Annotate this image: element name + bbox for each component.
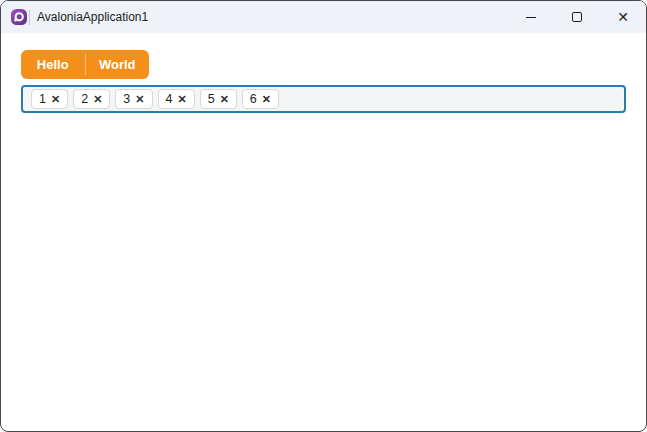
chip-remove-button[interactable]: ✕	[51, 94, 60, 105]
chip-remove-button[interactable]: ✕	[262, 94, 271, 105]
chip-label: 4	[166, 92, 173, 106]
tab-strip: Hello World	[21, 50, 149, 79]
app-window: AvaloniaApplication1 ✕ Hello World 1 ✕	[0, 0, 647, 432]
chip-label: 2	[81, 92, 88, 106]
chip-remove-button[interactable]: ✕	[135, 94, 144, 105]
maximize-button[interactable]	[554, 1, 600, 33]
content-area: Hello World 1 ✕ 2 ✕ 3 ✕ 4 ✕ 5 ✕	[1, 33, 646, 113]
tab-world[interactable]: World	[86, 50, 150, 79]
chip-4: 4 ✕	[158, 89, 195, 109]
close-button[interactable]: ✕	[600, 1, 646, 33]
avalonia-logo-icon	[11, 9, 27, 25]
minimize-icon	[526, 17, 536, 18]
chip-remove-button[interactable]: ✕	[177, 94, 186, 105]
chip-remove-button[interactable]: ✕	[93, 94, 102, 105]
window-controls: ✕	[508, 1, 646, 33]
chip-1: 1 ✕	[31, 89, 68, 109]
chip-label: 1	[39, 92, 46, 106]
chip-2: 2 ✕	[73, 89, 110, 109]
chip-label: 5	[208, 92, 215, 106]
maximize-icon	[572, 12, 582, 22]
logo-divider	[29, 10, 30, 25]
chip-6: 6 ✕	[242, 89, 279, 109]
window-title: AvaloniaApplication1	[37, 10, 148, 24]
close-icon: ✕	[617, 10, 629, 24]
tab-hello[interactable]: Hello	[21, 50, 85, 79]
chip-input[interactable]: 1 ✕ 2 ✕ 3 ✕ 4 ✕ 5 ✕ 6 ✕	[21, 85, 626, 113]
chip-remove-button[interactable]: ✕	[220, 94, 229, 105]
titlebar: AvaloniaApplication1 ✕	[1, 1, 646, 33]
chip-label: 3	[123, 92, 130, 106]
chip-5: 5 ✕	[200, 89, 237, 109]
minimize-button[interactable]	[508, 1, 554, 33]
chip-label: 6	[250, 92, 257, 106]
chip-3: 3 ✕	[115, 89, 152, 109]
